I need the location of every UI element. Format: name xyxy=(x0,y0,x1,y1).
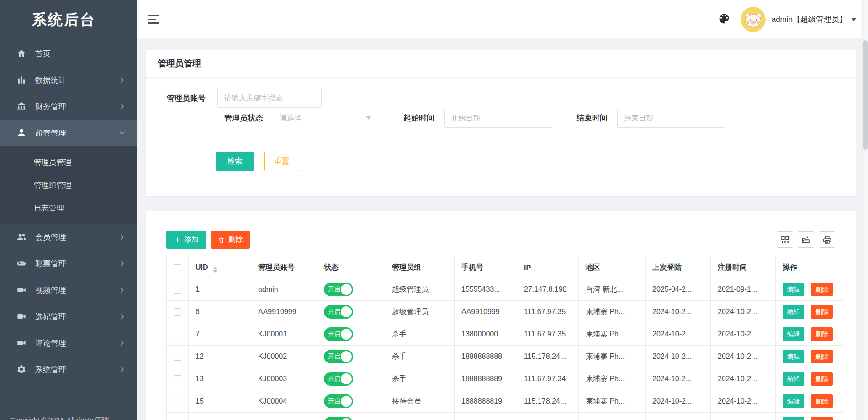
row-checkbox[interactable] xyxy=(174,308,181,316)
sidebar: 系统后台 首页 数据统计 财务管理 超管管理 管理员管理 管理组管理 日志管理 xyxy=(0,0,137,420)
edit-button[interactable]: 编辑 xyxy=(783,305,804,319)
table-row: 13 KJ00003 开启 杀手 1888888889 111.67.97.34… xyxy=(167,368,844,390)
column-actions: 操作 xyxy=(776,257,844,278)
sidebar-item-label: 数据统计 xyxy=(35,75,66,85)
status-toggle[interactable]: 开启 xyxy=(324,417,353,420)
sidebar-item-lottery[interactable]: 彩票管理 xyxy=(0,250,137,277)
edit-button[interactable]: 编辑 xyxy=(783,327,804,341)
row-delete-button[interactable]: 删除 xyxy=(811,350,833,363)
sidebar-item-members[interactable]: 会员管理 xyxy=(0,224,137,250)
sidebar-subitem-admin-manage[interactable]: 管理员管理 xyxy=(0,151,137,173)
status-toggle[interactable]: 开启 xyxy=(324,305,353,319)
start-time-label: 起始时间 xyxy=(403,113,434,123)
row-checkbox[interactable] xyxy=(174,331,181,338)
content: 管理员管理 管理员账号 管理员状态 请选择 起始时间 xyxy=(137,38,868,420)
start-date-input[interactable] xyxy=(444,109,552,128)
avatar[interactable] xyxy=(741,7,766,32)
row-delete-button[interactable]: 删除 xyxy=(811,394,833,408)
scrollbar-thumb[interactable] xyxy=(863,40,868,150)
cell-phone: 1888888888 xyxy=(455,346,517,368)
app-title: 系统后台 xyxy=(0,0,137,40)
account-search-input[interactable] xyxy=(217,89,322,108)
end-time-label: 结束时间 xyxy=(577,113,608,123)
caret-down-icon[interactable] xyxy=(851,18,857,21)
sidebar-item-comments[interactable]: 评论管理 xyxy=(0,330,137,356)
status-select[interactable]: 请选择 xyxy=(272,108,379,128)
superadmin-submenu: 管理员管理 管理组管理 日志管理 xyxy=(0,146,137,224)
cell-group: 接待会员 xyxy=(385,390,455,413)
table-row: 16 KJ00005 开启 接待非会员 1888888829 111.67.97… xyxy=(167,413,844,420)
cell-ip: 111.67.97.35 xyxy=(517,413,579,420)
edit-button[interactable]: 编辑 xyxy=(783,372,804,386)
print-icon xyxy=(822,235,832,245)
sort-icon[interactable] xyxy=(213,267,217,273)
edit-button[interactable]: 编辑 xyxy=(783,283,804,296)
cell-status: 开启 xyxy=(317,368,385,390)
cell-ip: 115.178.24... xyxy=(517,346,579,368)
cell-uid: 7 xyxy=(189,323,251,346)
cell-last-login: 2024-10-2... xyxy=(646,323,711,346)
reset-button[interactable]: 重置 xyxy=(264,152,299,171)
select-all-checkbox[interactable] xyxy=(174,264,181,272)
cell-reg-time: 2024-10-2... xyxy=(711,323,776,346)
toggle-knob-icon xyxy=(341,396,352,407)
status-toggle[interactable]: 开启 xyxy=(324,327,353,341)
sidebar-item-home[interactable]: 首页 xyxy=(0,40,137,67)
theme-palette-icon[interactable] xyxy=(718,12,731,26)
column-filter-button[interactable] xyxy=(777,231,793,248)
row-delete-button[interactable]: 删除 xyxy=(811,283,833,296)
row-checkbox[interactable] xyxy=(174,353,181,361)
status-toggle[interactable]: 开启 xyxy=(324,350,353,363)
username-menu[interactable]: admin【超级管理员】 xyxy=(772,14,847,25)
sidebar-subitem-admin-group[interactable]: 管理组管理 xyxy=(0,173,137,196)
row-delete-button[interactable]: 删除 xyxy=(811,305,833,319)
sidebar-item-video[interactable]: 视频管理 xyxy=(0,277,137,303)
end-date-input[interactable] xyxy=(617,109,725,128)
print-button[interactable] xyxy=(819,231,835,248)
edit-button[interactable]: 编辑 xyxy=(783,350,804,363)
table-row: 6 AA9910999 开启 超级管理员 AA9910999 111.67.97… xyxy=(167,301,844,323)
row-delete-button[interactable]: 删除 xyxy=(811,417,833,420)
sidebar-item-system[interactable]: 系统管理 xyxy=(0,356,137,383)
sidebar-item-finance[interactable]: 财务管理 xyxy=(0,93,137,120)
cell-uid: 15 xyxy=(189,390,251,413)
chevron-right-icon xyxy=(119,340,125,346)
row-delete-button[interactable]: 删除 xyxy=(811,372,833,386)
sidebar-subitem-log-manage[interactable]: 日志管理 xyxy=(0,196,137,219)
table-row: 12 KJ00002 开启 杀手 1888888888 115.178.24..… xyxy=(167,346,844,368)
sidebar-item-superadmin[interactable]: 超管管理 xyxy=(0,120,137,146)
status-toggle[interactable]: 开启 xyxy=(324,372,353,386)
cell-group: 超级管理员 xyxy=(385,278,455,301)
add-button[interactable]: 添加 xyxy=(166,231,206,249)
status-toggle[interactable]: 开启 xyxy=(324,394,353,408)
export-button[interactable] xyxy=(798,231,814,248)
row-checkbox[interactable] xyxy=(174,375,181,383)
status-toggle[interactable]: 开启 xyxy=(324,283,353,296)
column-group: 管理员组 xyxy=(385,257,455,278)
cell-account: KJ00002 xyxy=(251,346,317,368)
cell-phone: AA9910999 xyxy=(455,301,517,323)
search-button[interactable]: 检索 xyxy=(216,152,254,171)
sidebar-item-concubine[interactable]: 选妃管理 xyxy=(0,303,137,330)
cell-status: 开启 xyxy=(317,301,385,323)
table-header-row: UID 管理员账号 状态 管理员组 手机号 IP 地区 上次登陆 注册时间 操作 xyxy=(167,257,844,278)
cell-reg-time: 2024-10-2... xyxy=(711,413,776,420)
row-checkbox[interactable] xyxy=(174,398,181,405)
sidebar-item-label: 彩票管理 xyxy=(35,258,66,269)
edit-button[interactable]: 编辑 xyxy=(783,417,804,420)
edit-button[interactable]: 编辑 xyxy=(783,394,804,408)
cell-last-login: 2024-10-2... xyxy=(646,368,711,390)
topbar: admin【超级管理员】 xyxy=(137,0,868,38)
menu-toggle-icon[interactable] xyxy=(143,9,164,29)
cell-last-login: 2024-10-2... xyxy=(646,413,711,420)
cell-last-login: 2024-10-2... xyxy=(646,346,711,368)
page-scrollbar[interactable] xyxy=(862,0,868,420)
row-delete-button[interactable]: 删除 xyxy=(811,327,833,341)
row-checkbox[interactable] xyxy=(174,286,181,294)
bulk-delete-button[interactable]: 删除 xyxy=(211,231,250,249)
cell-group: 接待非会员 xyxy=(385,413,455,420)
cell-uid: 16 xyxy=(189,413,251,420)
sidebar-item-label: 会员管理 xyxy=(35,232,66,242)
cell-status: 开启 xyxy=(317,390,385,413)
sidebar-item-statistics[interactable]: 数据统计 xyxy=(0,67,137,93)
